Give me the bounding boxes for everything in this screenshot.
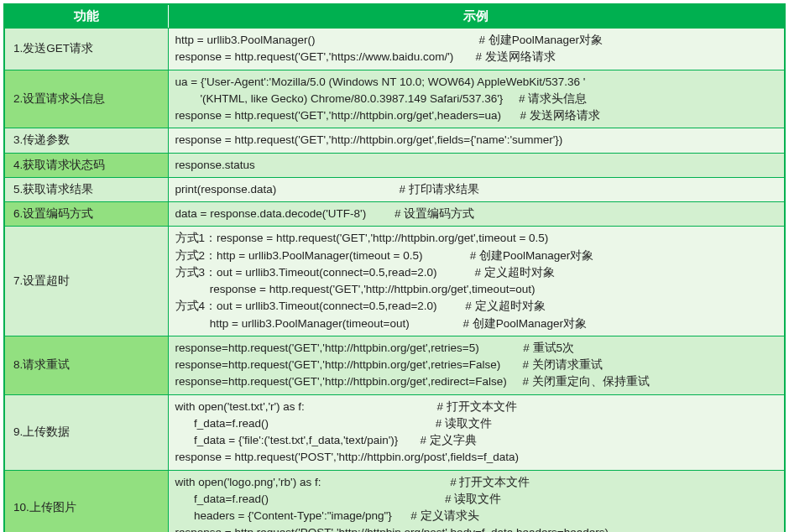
table-row: 9.上传数据 with open('test.txt','r') as f: #…	[4, 394, 785, 470]
example-cell: http = urllib3.PoolManager() # 创建PoolMan…	[168, 29, 785, 70]
example-cell: response = http.request('GET','http://ht…	[168, 128, 785, 153]
table-row: 1.发送GET请求 http = urllib3.PoolManager() #…	[4, 29, 785, 70]
example-cell: with open('logo.png','rb') as f: # 打开文本文…	[168, 470, 785, 532]
func-cell: 3.传递参数	[4, 128, 168, 153]
example-cell: 方式1：response = http.request('GET','http:…	[168, 227, 785, 336]
func-cell: 5.获取请求结果	[4, 177, 168, 201]
example-cell: response.status	[168, 153, 785, 177]
func-cell: 2.设置请求头信息	[4, 70, 168, 128]
func-cell: 9.上传数据	[4, 394, 168, 470]
func-cell: 1.发送GET请求	[4, 29, 168, 70]
table-body: 1.发送GET请求 http = urllib3.PoolManager() #…	[4, 29, 785, 533]
example-cell: ua = {'User-Agent':'Mozilla/5.0 (Windows…	[168, 70, 785, 128]
table-header-row: 功能 示例	[4, 4, 785, 29]
table-row: 8.请求重试 response=http.request('GET','http…	[4, 336, 785, 394]
example-cell: response=http.request('GET','http://http…	[168, 336, 785, 394]
example-cell: with open('test.txt','r') as f: # 打开文本文件…	[168, 394, 785, 470]
header-example: 示例	[168, 4, 785, 29]
func-cell: 6.设置编码方式	[4, 202, 168, 227]
header-function: 功能	[4, 4, 168, 29]
table-row: 10.上传图片 with open('logo.png','rb') as f:…	[4, 470, 785, 532]
table-row: 7.设置超时 方式1：response = http.request('GET'…	[4, 227, 785, 336]
table-row: 3.传递参数 response = http.request('GET','ht…	[4, 128, 785, 153]
code-reference-table: 功能 示例 1.发送GET请求 http = urllib3.PoolManag…	[3, 3, 786, 532]
table-row: 4.获取请求状态码 response.status	[4, 153, 785, 177]
table-row: 6.设置编码方式 data = response.data.decode('UT…	[4, 202, 785, 227]
func-cell: 7.设置超时	[4, 227, 168, 336]
example-cell: data = response.data.decode('UTF-8') # 设…	[168, 202, 785, 227]
func-cell: 4.获取请求状态码	[4, 153, 168, 177]
table-row: 2.设置请求头信息 ua = {'User-Agent':'Mozilla/5.…	[4, 70, 785, 128]
func-cell: 8.请求重试	[4, 336, 168, 394]
func-cell: 10.上传图片	[4, 470, 168, 532]
table-row: 5.获取请求结果 print(response.data) # 打印请求结果	[4, 177, 785, 201]
example-cell: print(response.data) # 打印请求结果	[168, 177, 785, 201]
